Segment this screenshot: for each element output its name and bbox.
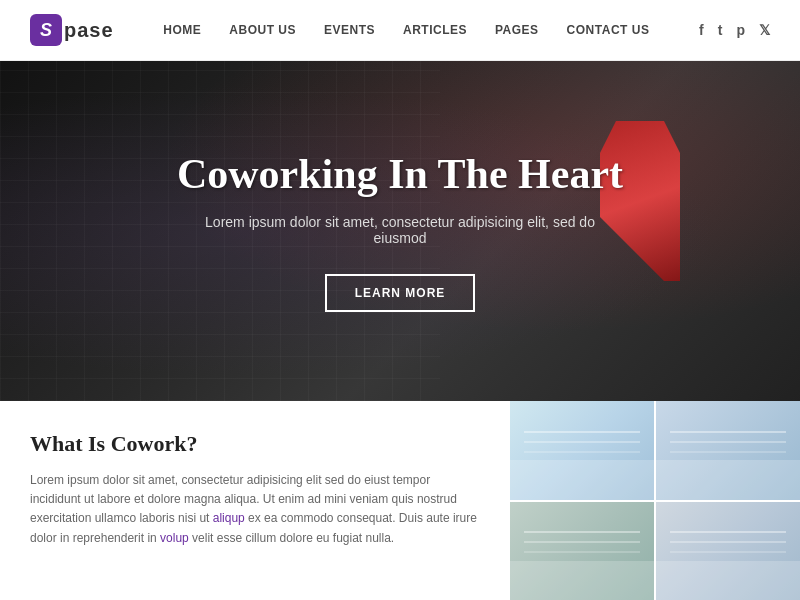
office-image-2 (656, 401, 800, 500)
office-image-4 (656, 502, 800, 601)
twitter-icon[interactable]: 𝕏 (759, 22, 770, 38)
hero-subtitle: Lorem ipsum dolor sit amet, consectetur … (190, 214, 610, 246)
content-section: What Is Cowork? Lorem ipsum dolor sit am… (0, 401, 800, 600)
pinterest-icon[interactable]: p (736, 22, 745, 38)
nav-events[interactable]: EVENTS (324, 23, 375, 37)
nav-home[interactable]: HOME (163, 23, 201, 37)
section-text: Lorem ipsum dolor sit amet, consectetur … (30, 471, 480, 548)
hero-section: Coworking In The Heart Lorem ipsum dolor… (0, 61, 800, 401)
section-title: What Is Cowork? (30, 431, 480, 457)
nav-about[interactable]: ABOUT US (229, 23, 296, 37)
learn-more-button[interactable]: LEARN MORE (325, 274, 476, 312)
tumblr-icon[interactable]: t (718, 22, 723, 38)
text-link-1[interactable]: aliqup (213, 511, 245, 525)
nav-pages[interactable]: PAGES (495, 23, 539, 37)
office-image-1 (510, 401, 654, 500)
logo-text: pase (64, 19, 114, 42)
content-left: What Is Cowork? Lorem ipsum dolor sit am… (0, 401, 510, 600)
social-icons: f t p 𝕏 (699, 22, 770, 38)
main-nav: HOME ABOUT US EVENTS ARTICLES PAGES CONT… (163, 23, 649, 37)
image-grid (510, 401, 800, 600)
text-link-2[interactable]: volup (160, 531, 189, 545)
header: S pase HOME ABOUT US EVENTS ARTICLES PAG… (0, 0, 800, 61)
hero-title: Coworking In The Heart (177, 150, 623, 198)
logo-icon: S (30, 14, 62, 46)
office-image-3 (510, 502, 654, 601)
facebook-icon[interactable]: f (699, 22, 704, 38)
hero-content: Coworking In The Heart Lorem ipsum dolor… (0, 61, 800, 401)
nav-articles[interactable]: ARTICLES (403, 23, 467, 37)
logo[interactable]: S pase (30, 14, 114, 46)
nav-contact[interactable]: CONTACT US (567, 23, 650, 37)
